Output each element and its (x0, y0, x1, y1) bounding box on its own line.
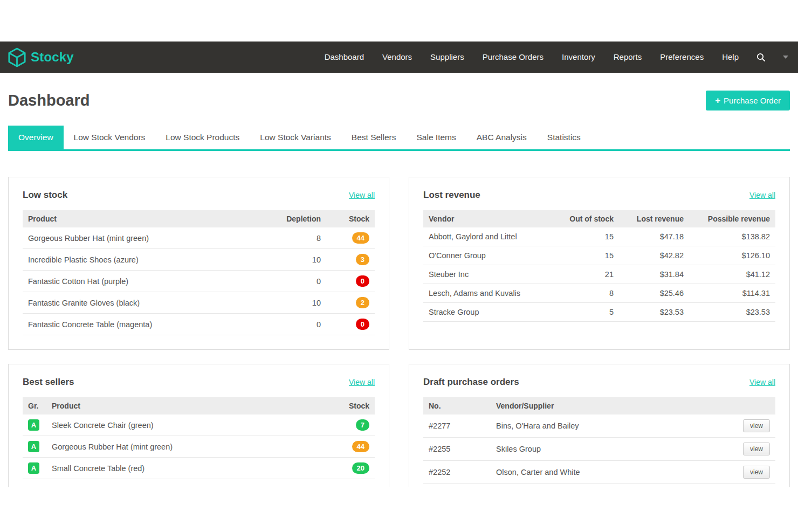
table-row: Gorgeous Rubber Hat (mint green) 8 44 (23, 227, 375, 249)
table-row: A Small Concrete Table (red) 20 (23, 458, 375, 479)
col-product: Product (46, 397, 326, 414)
vendor-cell: Steuber Inc (423, 265, 549, 284)
purchase-order-button-label: Purchase Order (724, 96, 781, 105)
table-row: Fantastic Granite Gloves (black) 10 2 (23, 292, 375, 314)
nav-item-purchase-orders[interactable]: Purchase Orders (473, 42, 553, 73)
tab-low-stock-products[interactable]: Low Stock Products (155, 126, 250, 149)
po-number-cell: #2255 (423, 438, 491, 461)
vendor-cell: Bins, O'Hara and Bailey (491, 414, 732, 438)
nav-item-preferences[interactable]: Preferences (651, 42, 713, 73)
lost-revenue-table: Vendor Out of stock Lost revenue Possibl… (423, 210, 775, 322)
lost-revenue-cell: $23.53 (619, 303, 689, 322)
depletion-cell: 0 (267, 271, 326, 292)
table-row: A Sleek Concrete Chair (green) 7 (23, 414, 375, 436)
stocky-logo[interactable]: Stocky (8, 47, 74, 67)
lost-revenue-view-all-link[interactable]: View all (749, 191, 775, 199)
page-header: Dashboard + Purchase Order (8, 91, 790, 110)
low-stock-card: Low stock View all Product Depletion Sto… (8, 177, 389, 350)
nav-item-inventory[interactable]: Inventory (553, 42, 604, 73)
stocky-logo-text: Stocky (31, 50, 74, 65)
table-row: Fantastic Cotton Hat (purple) 0 0 (23, 271, 375, 292)
stock-badge: 3 (356, 254, 369, 265)
out-of-stock-cell: 5 (549, 303, 619, 322)
out-of-stock-cell: 8 (549, 284, 619, 303)
table-row: O'Conner Group 15 $42.82 $126.10 (423, 246, 775, 265)
col-vendor-supplier: Vendor/Supplier (491, 397, 732, 414)
plus-icon: + (715, 96, 720, 105)
stock-badge: 2 (356, 297, 369, 308)
vendor-cell: Skiles Group (491, 438, 732, 461)
depletion-cell: 8 (267, 227, 326, 249)
best-sellers-table: Gr. Product Stock A Sleek Concrete Chair… (23, 397, 375, 479)
col-lost-revenue: Lost revenue (619, 210, 689, 227)
nav-item-help[interactable]: Help (713, 42, 748, 73)
best-sellers-card-title: Best sellers (23, 377, 74, 388)
tab-best-sellers[interactable]: Best Sellers (341, 126, 407, 149)
view-button[interactable]: view (743, 466, 770, 479)
cards-row-2: Best sellers View all Gr. Product Stock … (8, 364, 790, 487)
app-viewport: Stocky Dashboard Vendors Suppliers Purch… (0, 0, 798, 532)
product-cell: Fantastic Granite Gloves (black) (23, 292, 267, 314)
lost-revenue-card: Lost revenue View all Vendor Out of stoc… (409, 177, 790, 350)
stock-badge: 20 (352, 462, 369, 474)
out-of-stock-cell: 15 (549, 227, 619, 246)
col-stock: Stock (326, 210, 375, 227)
vendor-cell: Abbott, Gaylord and Littel (423, 227, 549, 246)
table-row: Steuber Inc 21 $31.84 $41.12 (423, 265, 775, 284)
nav-item-suppliers[interactable]: Suppliers (421, 42, 473, 73)
table-row: A Gorgeous Rubber Hat (mint green) 44 (23, 436, 375, 458)
tab-low-stock-vendors[interactable]: Low Stock Vendors (64, 126, 156, 149)
product-cell: Gorgeous Rubber Hat (mint green) (46, 436, 326, 458)
col-number: No. (423, 397, 491, 414)
top-navbar: Stocky Dashboard Vendors Suppliers Purch… (0, 42, 798, 73)
table-header-row: No. Vendor/Supplier (423, 397, 775, 414)
tab-low-stock-variants[interactable]: Low Stock Variants (250, 126, 341, 149)
draft-purchase-orders-card: Draft purchase orders View all No. Vendo… (409, 364, 790, 487)
product-cell: Gorgeous Rubber Hat (mint green) (23, 227, 267, 249)
best-sellers-card: Best sellers View all Gr. Product Stock … (8, 364, 389, 487)
table-header-row: Vendor Out of stock Lost revenue Possibl… (423, 210, 775, 227)
view-button[interactable]: view (743, 419, 770, 432)
product-cell: Fantastic Cotton Hat (purple) (23, 271, 267, 292)
product-cell: Fantastic Concrete Table (magenta) (23, 314, 267, 335)
table-row: #2252 Olson, Carter and White view (423, 461, 775, 484)
best-sellers-view-all-link[interactable]: View all (349, 378, 375, 386)
depletion-cell: 10 (267, 249, 326, 271)
vendor-cell: Lesch, Adams and Kuvalis (423, 284, 549, 303)
low-stock-view-all-link[interactable]: View all (349, 191, 375, 199)
nav-item-dashboard[interactable]: Dashboard (315, 42, 373, 73)
search-icon[interactable] (748, 53, 774, 62)
po-number-cell: #2277 (423, 414, 491, 438)
chevron-down-icon[interactable] (783, 56, 788, 59)
tab-overview[interactable]: Overview (8, 126, 64, 149)
vendor-cell: Stracke Group (423, 303, 549, 322)
table-row: Lesch, Adams and Kuvalis 8 $25.46 $114.3… (423, 284, 775, 303)
out-of-stock-cell: 15 (549, 246, 619, 265)
tab-abc-analysis[interactable]: ABC Analysis (466, 126, 537, 149)
po-number-cell: #2252 (423, 461, 491, 484)
col-out-of-stock: Out of stock (549, 210, 619, 227)
view-button[interactable]: view (743, 443, 770, 455)
stocky-logo-icon (8, 47, 26, 67)
page-title: Dashboard (8, 92, 90, 109)
purchase-order-button[interactable]: + Purchase Order (706, 91, 790, 110)
lost-revenue-cell: $31.84 (619, 265, 689, 284)
table-row: Fantastic Concrete Table (magenta) 0 0 (23, 314, 375, 335)
cards-row-1: Low stock View all Product Depletion Sto… (8, 177, 790, 350)
lost-revenue-card-title: Lost revenue (423, 190, 480, 201)
table-row: Incredible Plastic Shoes (azure) 10 3 (23, 249, 375, 271)
tab-statistics[interactable]: Statistics (537, 126, 591, 149)
col-product: Product (23, 210, 267, 227)
low-stock-card-title: Low stock (23, 190, 67, 201)
possible-revenue-cell: $138.82 (689, 227, 775, 246)
lost-revenue-cell: $42.82 (619, 246, 689, 265)
product-cell: Small Concrete Table (red) (46, 458, 326, 479)
draft-purchase-orders-view-all-link[interactable]: View all (749, 378, 775, 386)
page-content: Dashboard + Purchase Order Overview Low … (0, 91, 798, 487)
nav-item-vendors[interactable]: Vendors (373, 42, 421, 73)
tab-sale-items[interactable]: Sale Items (407, 126, 466, 149)
nav-item-reports[interactable]: Reports (604, 42, 651, 73)
possible-revenue-cell: $23.53 (689, 303, 775, 322)
nav-links: Dashboard Vendors Suppliers Purchase Ord… (315, 42, 788, 73)
top-margin (0, 0, 798, 42)
